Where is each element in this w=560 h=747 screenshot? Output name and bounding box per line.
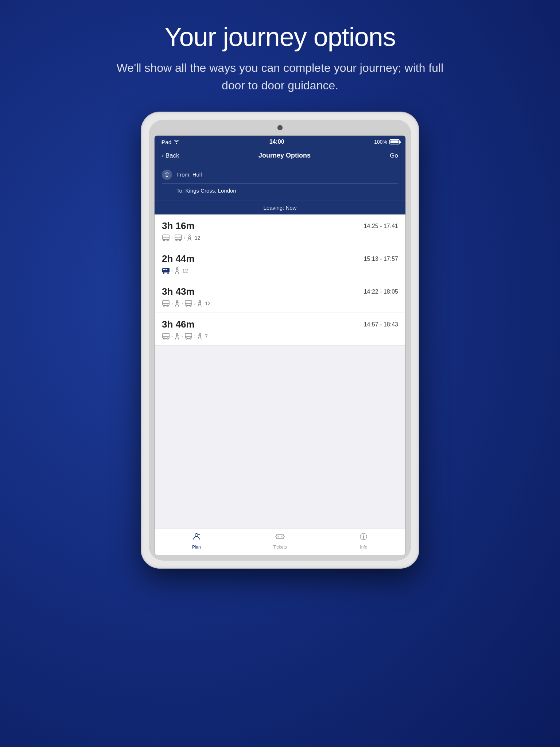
back-label: Back: [166, 152, 179, 159]
result-4-times: 14:57 - 18:43: [364, 321, 398, 328]
svg-point-2: [163, 239, 165, 241]
svg-rect-5: [175, 235, 182, 240]
ipad-camera: [154, 125, 406, 132]
svg-point-25: [186, 305, 187, 306]
svg-point-15: [167, 272, 169, 274]
back-button[interactable]: ‹ Back: [162, 152, 179, 159]
chevron-1b: ›: [184, 235, 185, 240]
result-1-walk-count: 12: [195, 235, 201, 241]
form-divider: [162, 183, 398, 184]
camera-dot: [277, 125, 283, 130]
tab-tickets[interactable]: Tickets: [238, 532, 322, 550]
result-4-icons: › ›: [162, 333, 398, 340]
svg-rect-13: [166, 269, 167, 270]
device-label: iPad: [160, 139, 171, 145]
result-1-header: 3h 16m 14:25 - 17:41: [162, 220, 398, 232]
result-3-times: 14:22 - 18:05: [364, 289, 398, 295]
result-4-walk-count: 7: [205, 333, 208, 339]
tickets-icon: [275, 532, 285, 543]
svg-rect-12: [163, 269, 165, 270]
empty-content-area: [155, 346, 405, 528]
status-bar: iPad 14:00 100%: [155, 136, 405, 148]
page-header: Your journey options We'll show all the …: [0, 0, 560, 105]
result-3-duration: 3h 43m: [162, 286, 195, 297]
page-subtitle: We'll show all the ways you can complete…: [116, 59, 444, 94]
result-4-duration: 3h 46m: [162, 319, 195, 330]
wifi-icon: [174, 139, 179, 145]
walk-icon: [187, 235, 192, 241]
tab-tickets-label: Tickets: [273, 545, 287, 550]
result-4-header: 3h 46m 14:57 - 18:43: [162, 319, 398, 330]
page-title: Your journey options: [0, 22, 560, 52]
result-3-header: 3h 43m 14:22 - 18:05: [162, 286, 398, 297]
svg-rect-0: [163, 235, 169, 240]
svg-point-38: [190, 338, 191, 339]
svg-point-40: [199, 333, 201, 335]
chevron-4b: ›: [182, 334, 183, 339]
svg-rect-23: [185, 301, 192, 305]
battery-percent: 100%: [374, 139, 387, 145]
train-icon: [162, 235, 170, 241]
svg-point-3: [167, 239, 168, 241]
svg-point-28: [199, 301, 201, 302]
ipad-frame: iPad 14:00 100%: [141, 112, 419, 568]
journey-result-1[interactable]: 3h 16m 14:25 - 17:41 ›: [155, 214, 405, 247]
swap-button[interactable]: [162, 170, 172, 180]
svg-point-14: [163, 272, 164, 274]
walk-icon-3b: [197, 300, 203, 307]
chevron-left-icon: ‹: [162, 152, 164, 159]
to-field: To: Kings Cross, London: [176, 187, 236, 194]
train-icon-4b: [184, 333, 192, 340]
tab-info-label: Info: [360, 545, 367, 550]
result-1-duration: 3h 16m: [162, 220, 195, 232]
to-value: Kings Cross, London: [185, 187, 236, 194]
from-label: From:: [176, 171, 191, 178]
chevron-3c: ›: [194, 301, 195, 306]
chevron-2a: ›: [171, 268, 173, 273]
result-2-duration: 2h 44m: [162, 253, 195, 264]
chevron-3b: ›: [182, 301, 183, 306]
train-icon-4a: [162, 333, 170, 340]
ipad-inner: iPad 14:00 100%: [149, 120, 411, 561]
train-icon-3a: [162, 300, 170, 307]
to-label: To:: [176, 187, 184, 194]
chevron-1a: ›: [171, 235, 173, 240]
tab-bar: Plan Tickets: [155, 528, 405, 555]
plan-icon: [191, 532, 202, 543]
ipad-screen: iPad 14:00 100%: [154, 135, 406, 555]
tab-plan-label: Plan: [192, 545, 201, 550]
tab-plan[interactable]: Plan: [155, 532, 238, 550]
svg-point-34: [176, 333, 178, 335]
journey-form: From: Hull To: Kings Cross, London: [155, 163, 405, 201]
svg-point-7: [176, 239, 177, 241]
svg-point-31: [163, 338, 165, 339]
svg-rect-35: [185, 333, 192, 338]
status-left: iPad: [160, 139, 179, 145]
svg-point-42: [276, 536, 277, 537]
result-2-icons: › 12: [162, 267, 398, 274]
svg-point-46: [363, 535, 364, 535]
svg-point-10: [189, 235, 190, 236]
status-time: 14:00: [269, 139, 284, 145]
svg-point-41: [195, 534, 198, 537]
bus-icon: [162, 267, 170, 274]
svg-point-16: [176, 268, 178, 269]
go-button[interactable]: Go: [390, 152, 398, 159]
from-field: From: Hull: [176, 171, 202, 178]
tab-info[interactable]: Info: [322, 532, 405, 550]
chevron-4c: ›: [194, 334, 195, 339]
journey-result-2[interactable]: 2h 44m 15:13 - 17:57 ›: [155, 247, 405, 280]
journey-result-3[interactable]: 3h 43m 14:22 - 18:05 ›: [155, 280, 405, 313]
walk-icon-4b: [197, 333, 203, 340]
info-icon: [358, 532, 369, 543]
walk-icon-2: [174, 267, 180, 274]
result-2-times: 15:13 - 17:57: [364, 256, 398, 262]
journey-result-4[interactable]: 3h 46m 14:57 - 18:43 ›: [155, 313, 405, 346]
svg-rect-17: [163, 301, 169, 305]
leaving-row[interactable]: Leaving: Now: [155, 201, 405, 214]
chevron-3a: ›: [171, 301, 173, 306]
svg-point-19: [163, 305, 165, 306]
result-2-walk-count: 12: [182, 268, 188, 274]
svg-point-26: [190, 305, 191, 306]
svg-point-22: [176, 301, 178, 302]
